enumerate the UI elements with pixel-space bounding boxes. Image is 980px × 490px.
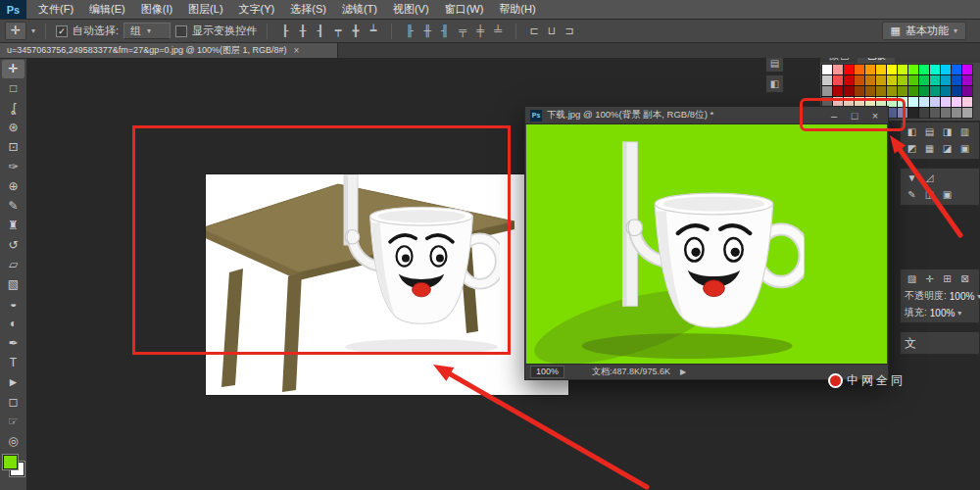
swatch[interactable]	[887, 75, 897, 85]
swatch[interactable]	[919, 86, 929, 96]
auto-select-checkbox[interactable]: ✓	[56, 25, 68, 37]
lock-icon[interactable]: ▨	[905, 272, 919, 286]
minimize-button[interactable]: –	[826, 108, 842, 123]
swatch[interactable]	[919, 108, 929, 118]
quick-select-icon[interactable]: ⊛	[2, 119, 24, 137]
swatch[interactable]	[952, 86, 961, 96]
swatch[interactable]	[822, 75, 832, 85]
adjustment-icon[interactable]: ▦	[922, 142, 937, 156]
swatch[interactable]	[865, 65, 875, 74]
adjustment-icon[interactable]: ▥	[957, 125, 972, 139]
floating-document-canvas[interactable]	[526, 124, 887, 364]
adjustment-icon[interactable]: ▣	[957, 142, 972, 156]
adjustment-icon[interactable]: ◧	[905, 125, 919, 139]
swatch[interactable]	[930, 108, 940, 118]
eraser-icon[interactable]: ▱	[2, 256, 24, 274]
document-tab[interactable]: u=3457063756,249583377&fm=27&gp=0.jpg @ …	[0, 43, 338, 58]
swatch[interactable]	[822, 86, 832, 96]
menu-item[interactable]: 图层(L)	[180, 0, 230, 19]
distribute-icon[interactable]: ╟	[402, 24, 417, 38]
fill-caret-icon[interactable]: ▾	[957, 309, 961, 318]
swatch[interactable]	[941, 75, 951, 85]
arrange-icon[interactable]: ⊔	[544, 24, 560, 38]
opacity-value[interactable]: 100%	[950, 291, 975, 302]
swatch[interactable]	[833, 86, 843, 96]
gradient-icon[interactable]: ▧	[2, 275, 24, 294]
path-select-icon[interactable]: ►	[2, 373, 24, 392]
type-icon[interactable]: T	[2, 354, 24, 372]
swatch[interactable]	[930, 97, 940, 107]
swatch[interactable]	[952, 65, 961, 74]
swatch[interactable]	[876, 65, 886, 74]
swatch[interactable]	[876, 86, 886, 96]
text-panel-icon[interactable]: 文	[905, 335, 916, 351]
distribute-icon[interactable]: ╧	[490, 24, 506, 38]
swatch[interactable]	[887, 86, 897, 96]
swatch[interactable]	[898, 86, 907, 96]
menu-item[interactable]: 图像(I)	[133, 0, 180, 19]
history-brush-icon[interactable]: ↺	[2, 236, 24, 255]
swatch[interactable]	[962, 108, 972, 118]
distribute-icon[interactable]: ╫	[419, 24, 435, 38]
pen-icon[interactable]: ✒	[2, 334, 24, 353]
swatch[interactable]	[962, 86, 972, 96]
lock-icon[interactable]: ⊞	[940, 272, 955, 286]
swatch[interactable]	[919, 65, 929, 74]
swatch[interactable]	[941, 97, 951, 107]
swatch[interactable]	[930, 65, 940, 74]
auto-select-dropdown[interactable]: 组 ▾	[123, 23, 171, 39]
fill-value[interactable]: 100%	[930, 308, 956, 318]
eyedropper-icon[interactable]: ✑	[2, 158, 24, 176]
foreground-color-swatch[interactable]	[3, 455, 18, 469]
align-icon[interactable]: ╋	[348, 24, 364, 38]
swatch[interactable]	[908, 86, 918, 96]
swatch[interactable]	[952, 108, 961, 118]
swatch[interactable]	[855, 86, 864, 96]
zoom-level-field[interactable]: 100%	[530, 366, 564, 378]
lasso-icon[interactable]: ʆ	[2, 99, 24, 118]
menu-item[interactable]: 窗口(W)	[437, 0, 492, 19]
tab-close-icon[interactable]: ×	[294, 45, 300, 56]
swatch[interactable]	[855, 75, 864, 85]
collapsed-panel-button[interactable]: ◧	[765, 74, 784, 93]
maximize-button[interactable]: □	[847, 108, 862, 123]
align-icon[interactable]: ┯	[330, 24, 346, 38]
distribute-icon[interactable]: ╪	[472, 24, 488, 38]
lock-icon[interactable]: ✛	[922, 272, 937, 286]
align-icon[interactable]: ┨	[313, 24, 328, 38]
adjustment-icon[interactable]: ◩	[905, 142, 919, 156]
swatch[interactable]	[844, 75, 854, 85]
move-icon[interactable]: ✛	[2, 60, 24, 78]
menu-item[interactable]: 帮助(H)	[491, 0, 543, 19]
swatch[interactable]	[908, 97, 918, 107]
swatch[interactable]	[962, 75, 972, 85]
swatch[interactable]	[822, 65, 832, 74]
align-icon[interactable]: ┠	[277, 24, 293, 38]
current-tool-icon[interactable]: ✛	[5, 22, 26, 40]
main-document-canvas[interactable]	[206, 174, 568, 395]
swatch[interactable]	[898, 108, 907, 118]
arrange-icon[interactable]: ⊏	[526, 24, 542, 38]
workspace-switcher[interactable]: ▦ 基本功能 ▾	[882, 22, 966, 40]
align-icon[interactable]: ╂	[295, 24, 311, 38]
close-button[interactable]: ×	[867, 108, 883, 123]
window-title-bar[interactable]: Ps 下载.jpg @ 100%(背景 副本, RGB/8位) * – □ ×	[525, 107, 888, 124]
clone-stamp-icon[interactable]: ♜	[2, 217, 24, 235]
swatch[interactable]	[898, 97, 907, 107]
swatch[interactable]	[952, 75, 961, 85]
path-icon[interactable]: ▼	[905, 172, 919, 185]
swatch[interactable]	[844, 65, 854, 74]
swatch[interactable]	[941, 108, 951, 118]
swatch[interactable]	[844, 86, 854, 96]
swatch[interactable]	[898, 65, 907, 74]
swatch[interactable]	[833, 75, 843, 85]
arrange-icon[interactable]: ⊐	[562, 24, 577, 38]
menu-item[interactable]: 文件(F)	[30, 0, 81, 19]
path-icon[interactable]: ◿	[922, 172, 937, 185]
swatch[interactable]	[865, 86, 875, 96]
swatch[interactable]	[898, 75, 907, 85]
status-options-icon[interactable]: ▶	[680, 368, 686, 376]
swatch[interactable]	[908, 75, 918, 85]
swatch[interactable]	[855, 65, 864, 74]
swatch[interactable]	[876, 75, 886, 85]
